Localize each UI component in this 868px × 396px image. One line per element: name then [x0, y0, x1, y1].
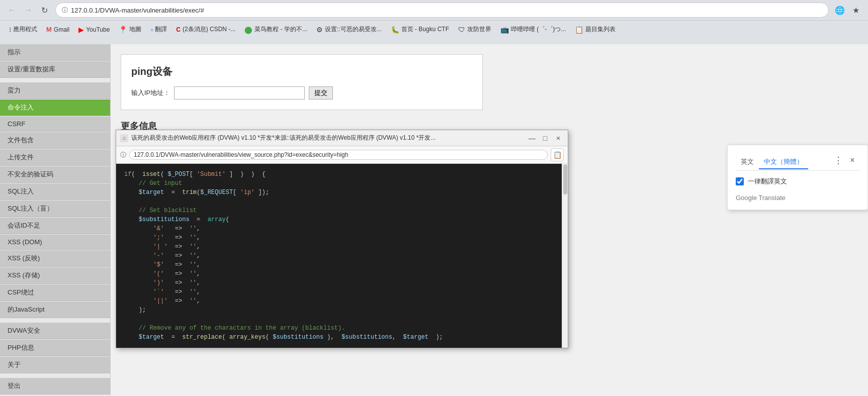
sidebar-item-command-inject[interactable]: 命令注入 — [0, 100, 110, 116]
csdn-icon: C — [176, 26, 181, 33]
translate-more-button[interactable]: ⋮ — [831, 153, 845, 167]
code-line-5: // Set blacklist — [124, 206, 560, 215]
bookmark-runoob[interactable]: ⬤ 菜鸟教程 - 学的不... — [240, 23, 311, 36]
code-line-15: '||' => '', — [124, 296, 560, 306]
translate-tabs: 英文 中文（簡體） ⋮ × — [736, 153, 859, 171]
code-line-4 — [124, 197, 560, 206]
page-content: ping设备 输入IP地址： 提交 更多信息 ⚠ 该死的易受攻击的Web应用程序… — [111, 44, 868, 396]
translate-checkbox-label: 一律翻譯英文 — [748, 177, 787, 186]
bookmark-gmail[interactable]: M Gmail — [42, 24, 73, 35]
forward-button[interactable]: → — [21, 3, 35, 17]
sidebar-item-setup[interactable]: 设置/重置数据库 — [0, 61, 110, 78]
translate-checkbox-row: 一律翻譯英文 — [736, 177, 859, 186]
code-line-17 — [124, 315, 560, 324]
code-line-7: '&' => '', — [124, 224, 560, 233]
code-line-9: '| ' => '', — [124, 242, 560, 251]
bugku-icon: 🐛 — [391, 26, 399, 34]
translate-icon[interactable]: 🌐 — [833, 3, 847, 17]
sidebar-item-logout[interactable]: 登出 — [0, 378, 110, 394]
runoob-icon: ⬤ — [244, 26, 252, 34]
bookmark-icon[interactable]: ★ — [849, 3, 863, 17]
popup-security-icon: ⓘ — [120, 151, 126, 159]
sidebar-item-xss-store[interactable]: XSS (存储) — [0, 267, 110, 284]
sidebar-item-file-include[interactable]: 文件包含 — [0, 132, 110, 149]
popup-maximize-button[interactable]: □ — [540, 133, 551, 144]
ping-title: ping设备 — [131, 65, 472, 78]
code-line-10: '-' => '', — [124, 251, 560, 260]
bookmark-maps[interactable]: 📍 地圖 — [115, 23, 145, 36]
bookmark-attack-world[interactable]: 🛡 攻防世界 — [454, 23, 495, 36]
sidebar-item-brute-force[interactable]: 蛮力 — [0, 82, 110, 99]
code-line-18: // Remove any of the charactars in the a… — [124, 324, 560, 333]
popup-title-text: 该死的易受攻击的Web应用程序 (DVWA) v1.10 *开发*来源::该死的… — [131, 134, 436, 142]
shield-icon: 🛡 — [458, 26, 465, 34]
code-line-2: // Get input — [124, 179, 560, 188]
apps-icon: ⁝ — [9, 26, 11, 34]
translate-btn-icon: ▫ — [150, 26, 153, 34]
bookmark-translate[interactable]: ▫ 翻譯 — [146, 23, 171, 36]
sidebar-item-csp[interactable]: CSP绕过 — [0, 284, 110, 301]
sidebar-item-xss-dom[interactable]: XSS (DOM) — [0, 235, 110, 250]
bookmark-bugku[interactable]: 🐛 首页 - Bugku CTF — [387, 23, 453, 36]
sidebar-item-javascript[interactable]: 的JavaScript — [0, 302, 110, 318]
sidebar-item-csrf[interactable]: CSRF — [0, 117, 110, 132]
bookmarks-bar: ⁝ 應用程式 M Gmail ▶ YouTube 📍 地圖 ▫ 翻譯 C (2条… — [0, 20, 868, 38]
ping-submit-button[interactable]: 提交 — [309, 86, 333, 100]
code-display: if( isset( $_POST[ 'Submit' ] ) ) { // G… — [116, 164, 568, 348]
sidebar-item-php-info[interactable]: PHP信息 — [0, 340, 110, 356]
refresh-button[interactable]: ↻ — [37, 3, 51, 17]
sidebar-item-insecure-captcha[interactable]: 不安全的验证码 — [0, 166, 110, 183]
code-line-16: ); — [124, 306, 560, 315]
sidebar-item-about[interactable]: 关于 — [0, 357, 110, 373]
sidebar-item-xss-reflect[interactable]: XSS (反映) — [0, 250, 110, 267]
url-text: 127.0.0.1/DVWA-master/vulnerabilities/ex… — [71, 7, 204, 14]
sidebar-item-file-upload[interactable]: 上传文件 — [0, 149, 110, 166]
translate-close-button[interactable]: × — [845, 153, 859, 167]
popup-titlebar: ⚠ 该死的易受攻击的Web应用程序 (DVWA) v1.10 *开发*来源::该… — [116, 130, 568, 146]
maps-icon: 📍 — [119, 26, 127, 34]
sidebar: 指示 设置/重置数据库 蛮力 命令注入 CSRF 文件包含 上传文件 不安全的验… — [0, 44, 111, 396]
tab-english[interactable]: 英文 — [736, 155, 759, 169]
sidebar-item-sql-inject[interactable]: SQL注入 — [0, 183, 110, 200]
settings-icon: ⚙ — [316, 26, 323, 34]
bookmark-problem-list[interactable]: 📋 题目集列表 — [571, 23, 620, 36]
popup-addressbar: ⓘ 127.0.0.1/DVWA-master/vulnerabilities/… — [116, 146, 568, 164]
popup-scrollbar[interactable] — [562, 162, 568, 348]
tab-chinese[interactable]: 中文（簡體） — [759, 155, 808, 169]
code-line-11: '$' => '', — [124, 260, 560, 269]
code-line-14: '`' => '', — [124, 287, 560, 296]
code-line-6: $substitutions = array( — [124, 215, 560, 224]
translate-brand: Google Translate — [736, 194, 859, 202]
popup-favicon: ⚠ — [120, 134, 128, 142]
ping-device-box: ping设备 输入IP地址： 提交 — [121, 54, 483, 110]
youtube-icon: ▶ — [78, 26, 84, 34]
bookmark-youtube[interactable]: ▶ YouTube — [74, 24, 114, 36]
source-popup: ⚠ 该死的易受攻击的Web应用程序 (DVWA) v1.10 *开发*来源::该… — [116, 130, 568, 348]
list-icon: 📋 — [575, 26, 583, 34]
ping-label: 输入IP地址： — [131, 88, 170, 97]
code-line-8: ';' => '', — [124, 233, 560, 242]
ip-input[interactable] — [174, 86, 305, 100]
sidebar-item-session-id[interactable]: 会话ID不足 — [0, 218, 110, 234]
code-line-19: $target = str_replace( array_keys( $subs… — [124, 333, 560, 342]
popup-scrollbar-thumb — [563, 164, 567, 194]
translate-checkbox[interactable] — [736, 177, 744, 185]
gmail-icon: M — [46, 26, 52, 33]
popup-minimize-button[interactable]: — — [527, 133, 538, 144]
popup-url-text[interactable]: 127.0.0.1/DVWA-master/vulnerabilities/vi… — [129, 150, 548, 160]
bookmark-csdn[interactable]: C (2条消息) CSDN -... — [172, 23, 239, 36]
security-icon: ⓘ — [62, 6, 68, 15]
bookmark-apps[interactable]: ⁝ 應用程式 — [5, 23, 41, 36]
bilibili-icon: 📺 — [500, 26, 509, 34]
bookmark-dvwa-settings[interactable]: ⚙ 设置::可恶的易受攻... — [312, 23, 386, 36]
code-line-1: if( isset( $_POST[ 'Submit' ] ) ) { — [124, 170, 560, 179]
code-line-12: '(' => '', — [124, 269, 560, 278]
popup-close-button[interactable]: × — [553, 133, 564, 144]
sidebar-item-dvwa-security[interactable]: DVWA安全 — [0, 323, 110, 339]
sidebar-item-sql-inject-blind[interactable]: SQL注入（盲） — [0, 201, 110, 217]
back-button[interactable]: ← — [5, 3, 19, 17]
address-bar[interactable]: ⓘ 127.0.0.1/DVWA-master/vulnerabilities/… — [55, 3, 829, 18]
bookmark-bilibili[interactable]: 📺 哔哩哔哩 (゜-゜)つ... — [496, 23, 570, 36]
sidebar-item-instructions[interactable]: 指示 — [0, 44, 110, 61]
popup-copy-button[interactable]: 📋 — [551, 148, 564, 161]
